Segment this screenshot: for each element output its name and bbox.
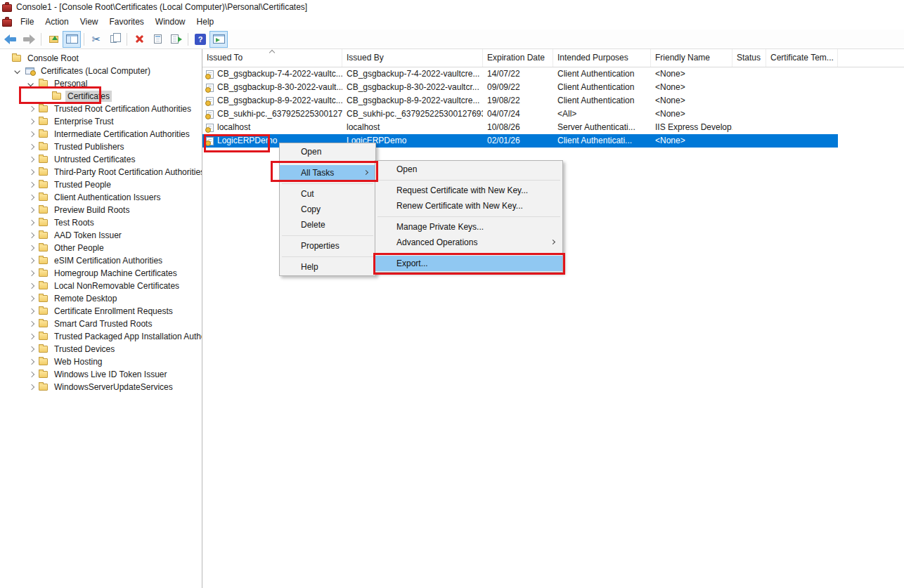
tree-item-windows-live-id-token-issuer[interactable]: Windows Live ID Token Issuer — [0, 368, 202, 381]
menu-action[interactable]: Action — [39, 15, 74, 29]
chevron-collapsed-icon[interactable] — [29, 283, 34, 289]
tree-item-certificate-enrollment-requests[interactable]: Certificate Enrollment Requests — [0, 305, 202, 318]
tree-item-esim-certification-authorities[interactable]: eSIM Certification Authorities — [0, 254, 202, 267]
chevron-expanded-icon[interactable] — [14, 68, 20, 74]
certificate-row-cb-gsgbackup-8-30-2022-vault[interactable]: CB_gsgbackup-8-30-2022-vault...CB_gsgbac… — [202, 81, 838, 94]
menu-file[interactable]: File — [15, 15, 39, 29]
help-button[interactable] — [191, 31, 209, 48]
chevron-collapsed-icon[interactable] — [29, 106, 34, 112]
tree-item-test-roots[interactable]: Test Roots — [0, 216, 202, 229]
chevron-collapsed-icon[interactable] — [29, 359, 34, 365]
tree-item-windowsserverupdateservices[interactable]: WindowsServerUpdateServices — [0, 381, 202, 393]
chevron-collapsed-icon[interactable] — [29, 270, 34, 276]
chevron-collapsed-icon[interactable] — [29, 334, 34, 339]
context-menu-item-all-tasks[interactable]: All Tasks — [280, 165, 375, 181]
tree-item-intermediate-certification-authorities[interactable]: Intermediate Certification Authorities — [0, 128, 202, 141]
context-menu-item-delete[interactable]: Delete — [280, 217, 375, 233]
tree-item-trusted-root-certification-authorities[interactable]: Trusted Root Certification Authorities — [0, 103, 202, 115]
context-menu-item-help[interactable]: Help — [280, 259, 375, 275]
menu-view[interactable]: View — [75, 15, 104, 29]
chevron-collapsed-icon[interactable] — [29, 258, 34, 263]
delete-button[interactable] — [130, 31, 148, 48]
tree-item-web-hosting[interactable]: Web Hosting — [0, 355, 202, 368]
chevron-collapsed-icon[interactable] — [29, 207, 34, 213]
column-header-status[interactable]: Status — [732, 49, 766, 67]
menu-help[interactable]: Help — [191, 15, 220, 29]
cell-expiration-date: 02/01/26 — [483, 134, 553, 148]
tree-item-remote-desktop[interactable]: Remote Desktop — [0, 292, 202, 305]
chevron-collapsed-icon[interactable] — [29, 220, 34, 226]
certificate-row-cb-sukhi-pc-637925225300127[interactable]: CB_sukhi-pc._637925225300127...CB_sukhi-… — [202, 107, 838, 121]
chevron-collapsed-icon[interactable] — [29, 346, 34, 352]
certificate-row-cb-gsgbackup-7-4-2022-vaultc[interactable]: CB_gsgbackup-7-4-2022-vaultc...CB_gsgbac… — [202, 67, 838, 81]
tree-item-certificates[interactable]: Certificates — [0, 90, 202, 103]
tree-item-smart-card-trusted-roots[interactable]: Smart Card Trusted Roots — [0, 318, 202, 330]
cut-button[interactable] — [87, 31, 105, 48]
chevron-collapsed-icon[interactable] — [29, 384, 34, 390]
chevron-collapsed-icon[interactable] — [29, 131, 34, 137]
tree-item-trusted-people[interactable]: Trusted People — [0, 178, 202, 191]
submenu-item-advanced-operations[interactable]: Advanced Operations — [375, 235, 562, 250]
chevron-collapsed-icon[interactable] — [29, 169, 34, 175]
tree-label: Untrusted Certificates — [52, 154, 137, 165]
tree-item-preview-build-roots[interactable]: Preview Build Roots — [0, 204, 202, 216]
certificate-row-cb-gsgbackup-8-9-2022-vaultc[interactable]: CB_gsgbackup-8-9-2022-vaultc...CB_gsgbac… — [202, 94, 838, 107]
column-header-issued-by[interactable]: Issued By — [342, 49, 483, 67]
context-menu-item-properties[interactable]: Properties — [280, 238, 375, 254]
column-header-intended-purposes[interactable]: Intended Purposes — [553, 49, 651, 67]
column-header-expiration-date[interactable]: Expiration Date — [483, 49, 553, 67]
submenu-item-manage-private-keys[interactable]: Manage Private Keys... — [375, 219, 562, 235]
show-action-pane-button[interactable] — [209, 31, 228, 48]
submenu-item-renew-certificate-with-new-key[interactable]: Renew Certificate with New Key... — [375, 198, 562, 214]
context-menu-item-open[interactable]: Open — [280, 144, 375, 159]
up-one-level-button[interactable] — [44, 31, 63, 48]
tree-item-personal[interactable]: Personal — [0, 77, 202, 90]
show-console-tree-button[interactable] — [63, 31, 81, 48]
chevron-collapsed-icon[interactable] — [29, 245, 34, 251]
tree-item-client-authentication-issuers[interactable]: Client Authentication Issuers — [0, 191, 202, 204]
submenu-item-request-certificate-with-new-key[interactable]: Request Certificate with New Key... — [375, 183, 562, 198]
column-header-friendly-name[interactable]: Friendly Name — [651, 49, 732, 67]
chevron-collapsed-icon[interactable] — [29, 182, 34, 188]
tree-item-homegroup-machine-certificates[interactable]: Homegroup Machine Certificates — [0, 267, 202, 280]
tree-item-other-people[interactable]: Other People — [0, 242, 202, 254]
submenu-item-open[interactable]: Open — [375, 162, 562, 177]
menu-window[interactable]: Window — [150, 15, 191, 29]
forward-arrow-button[interactable] — [20, 31, 38, 48]
folder-icon — [39, 384, 48, 391]
certificate-row-localhost[interactable]: localhostlocalhost10/08/26Server Authent… — [202, 121, 838, 134]
tree-item-enterprise-trust[interactable]: Enterprise Trust — [0, 115, 202, 128]
chevron-collapsed-icon[interactable] — [29, 308, 34, 314]
chevron-collapsed-icon[interactable] — [29, 233, 34, 238]
export-list-button[interactable] — [167, 31, 185, 48]
tree-item-trusted-packaged-app-installation-authorit[interactable]: Trusted Packaged App Installation Author… — [0, 330, 202, 343]
back-arrow-button[interactable] — [1, 31, 20, 48]
mmc-app-icon — [2, 4, 12, 12]
chevron-collapsed-icon[interactable] — [29, 296, 34, 301]
chevron-collapsed-icon[interactable] — [29, 157, 34, 162]
tree-item-local-nonremovable-certificates[interactable]: Local NonRemovable Certificates — [0, 280, 202, 292]
console-window-icon[interactable] — [2, 19, 12, 27]
chevron-expanded-icon[interactable] — [27, 81, 33, 86]
folder-icon — [39, 295, 48, 302]
tree-item-untrusted-certificates[interactable]: Untrusted Certificates — [0, 153, 202, 166]
submenu-item-export[interactable]: Export... — [375, 256, 562, 271]
context-menu-item-cut[interactable]: Cut — [280, 186, 375, 202]
chevron-collapsed-icon[interactable] — [29, 321, 34, 327]
context-menu-item-copy[interactable]: Copy — [280, 202, 375, 217]
properties-button[interactable] — [148, 31, 167, 48]
tree-item-aad-token-issuer[interactable]: AAD Token Issuer — [0, 229, 202, 242]
column-header-certificate-tem[interactable]: Certificate Tem... — [766, 49, 838, 67]
tree-item-trusted-publishers[interactable]: Trusted Publishers — [0, 141, 202, 153]
menu-favorites[interactable]: Favorites — [104, 15, 150, 29]
tree-item-console-root[interactable]: Console Root — [0, 52, 202, 65]
tree-item-trusted-devices[interactable]: Trusted Devices — [0, 343, 202, 355]
copy-button[interactable] — [105, 31, 124, 48]
tree-item-third-party-root-certification-authorities[interactable]: Third-Party Root Certification Authoriti… — [0, 166, 202, 178]
chevron-collapsed-icon[interactable] — [29, 144, 34, 150]
chevron-collapsed-icon[interactable] — [29, 195, 34, 200]
chevron-collapsed-icon[interactable] — [29, 372, 34, 377]
tree-item-certificates-local-computer[interactable]: Certificates (Local Computer) — [0, 65, 202, 77]
cell-friendly-name: <None> — [651, 81, 732, 94]
chevron-collapsed-icon[interactable] — [29, 119, 34, 124]
